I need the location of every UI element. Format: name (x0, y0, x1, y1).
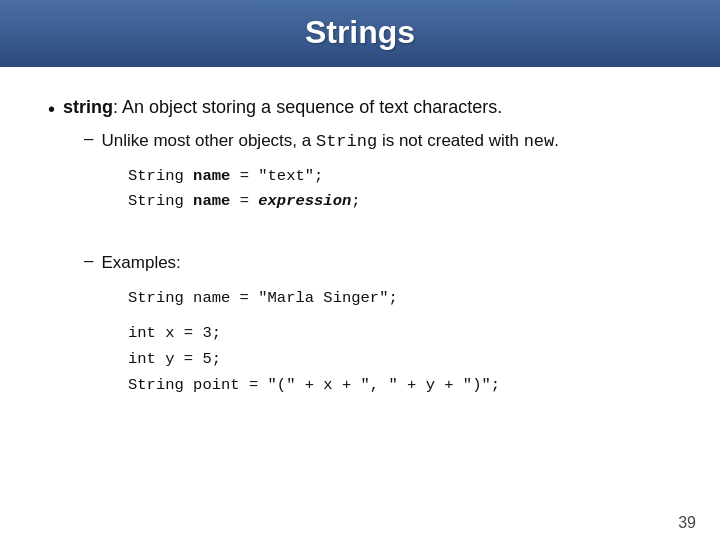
bullet-1-keyword: string (63, 97, 113, 117)
page-number: 39 (678, 514, 696, 532)
sub1-mid: is not created with (377, 131, 523, 150)
code-block-2: String name = "Marla Singer"; (128, 285, 672, 311)
sub-bullet-1-text: Unlike most other objects, a String is n… (101, 129, 559, 154)
slide-title: Strings (305, 14, 415, 50)
code-block-1: String name = "text"; String name = expr… (128, 164, 672, 214)
slide-header: Strings (0, 0, 720, 67)
code1-line1-pre: String (128, 167, 184, 185)
examples-section: – Examples: String name = "Marla Singer"… (48, 247, 672, 398)
bullet-1-dot: • (48, 95, 55, 123)
code3-line1: int x = 3; (128, 320, 672, 346)
sub-bullet-1-dash: – (84, 129, 93, 149)
code-line-1: String name = "text"; (128, 164, 672, 189)
sub1-code2: new (524, 132, 555, 151)
code1-line1-end: = "text"; (230, 167, 323, 185)
bullet-1-section: • string: An object storing a sequence o… (48, 95, 672, 223)
code3-line2: int y = 5; (128, 346, 672, 372)
sub1-end: . (554, 131, 559, 150)
sub1-code1: String (316, 132, 377, 151)
code-line-2: String name = expression; (128, 189, 672, 214)
sub-bullet-1: – Unlike most other objects, a String is… (84, 129, 672, 154)
bullet-1-rest: : An object storing a sequence of text c… (113, 97, 502, 117)
slide-content: • string: An object storing a sequence o… (0, 67, 720, 510)
code1-line2-end: = expression; (230, 192, 360, 210)
sub-bullet-2: – Examples: (84, 251, 672, 275)
code2-line1: String name = "Marla Singer"; (128, 285, 672, 311)
code3-line3: String point = "(" + x + ", " + y + ")"; (128, 372, 672, 398)
code1-line2-pre: String (128, 192, 184, 210)
bullet-1-main: • string: An object storing a sequence o… (48, 95, 672, 123)
slide: Strings • string: An object storing a se… (0, 0, 720, 540)
bullet-1-text: string: An object storing a sequence of … (63, 95, 502, 120)
slide-footer: 39 (0, 510, 720, 540)
sub1-pre: Unlike most other objects, a (101, 131, 315, 150)
code-block-3: int x = 3; int y = 5; String point = "("… (128, 320, 672, 399)
code1-line2-bold: name (184, 192, 231, 210)
code1-line1-bold: name (184, 167, 231, 185)
sub-bullet-2-dash: – (84, 251, 93, 271)
sub-bullet-2-text: Examples: (101, 251, 180, 275)
